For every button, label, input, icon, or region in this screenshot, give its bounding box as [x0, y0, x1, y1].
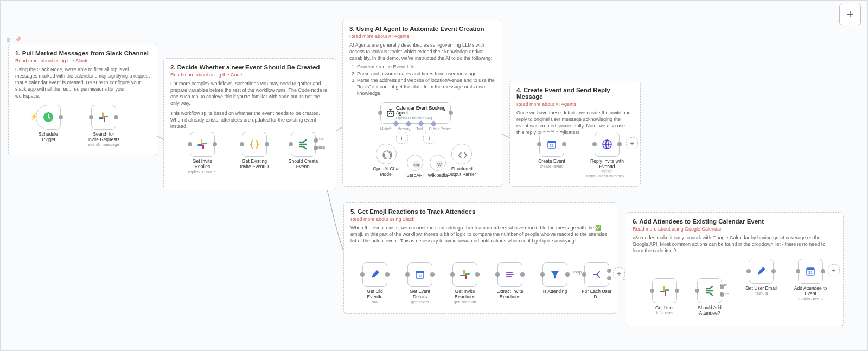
section-2-title: 2. Decide Whether a new Event Should Be … — [170, 64, 329, 71]
switch-icon — [703, 284, 716, 297]
branch-false-label-2: false — [720, 291, 729, 296]
node-get-user[interactable]: Get Userinfo: user — [648, 278, 681, 315]
agent-add-memory[interactable]: + — [396, 132, 408, 144]
code-icon — [248, 138, 261, 151]
workflow-canvas[interactable]: 🗑 📌 + 1. Pull — [0, 0, 868, 351]
pencil-icon — [368, 268, 381, 281]
node-get-email[interactable]: Get User Emailmanual — [745, 259, 777, 296]
section-6-title: 6. Add Attendees to Existing Calendar Ev… — [633, 218, 837, 225]
node-old-eventid[interactable]: Get Old EventIdraw — [359, 262, 391, 304]
branch-true-label-2: true — [720, 283, 727, 288]
agent-add-tool[interactable]: + — [423, 132, 435, 144]
node-is-attending[interactable]: Is Attending — [539, 262, 571, 295]
section-4-title: 4. Create Event and Send Reply Message — [516, 87, 634, 100]
bolt-icon: ⚡ — [30, 113, 38, 120]
section-5-title: 5. Get Emoji Reactions to Track Attendee… — [350, 208, 610, 215]
node-get-existing-eventid[interactable]: Get Existing Invite EventID — [238, 132, 271, 170]
split-icon — [590, 268, 603, 281]
filter-icon — [548, 268, 561, 281]
robot-icon — [384, 107, 394, 119]
wiki-icon — [433, 158, 443, 168]
section-3-list: Generate a nice Event title. Parse and a… — [357, 63, 495, 97]
section-3-readmore[interactable]: Read more about AI Agents — [349, 34, 495, 39]
section-4-readmore[interactable]: Read more about AI Agents — [516, 101, 634, 107]
switch-icon — [297, 138, 310, 151]
gcal-icon — [413, 268, 426, 281]
plus-icon: + — [847, 8, 854, 22]
section-1-readmore[interactable]: Read more about using the Slack — [15, 58, 150, 63]
section-5-readmore[interactable]: Read more about using Slack — [350, 216, 610, 222]
section-5-desc: When the event exists, we can instead st… — [350, 225, 610, 244]
node-extract-reactions[interactable]: Extract Invite Reactions — [494, 262, 526, 300]
node-ai-agent[interactable]: Calendar Event Booking Agent OpenAI Func… — [380, 102, 451, 144]
serp-icon — [410, 158, 420, 168]
canvas-mini-tools: 🗑 📌 — [6, 36, 21, 42]
slack-icon — [458, 268, 471, 281]
section-6-desc: n8n nodes make it easy to work with Goog… — [633, 234, 837, 254]
branch-loop-label: loop — [573, 270, 582, 275]
node-end-add-3[interactable]: + — [827, 264, 840, 276]
section-1-title: 1. Pull Marked Messages from Slack Chann… — [15, 50, 150, 56]
gcal-icon — [545, 138, 558, 151]
node-end-add-1[interactable]: + — [626, 137, 639, 149]
section-6-readmore[interactable]: Read more about using Google Calendar — [633, 226, 837, 232]
codebrackets-icon — [456, 149, 467, 159]
node-event-details[interactable]: Get Event Detailsget: event — [404, 262, 436, 304]
node-get-reactions[interactable]: Get Invite Reactionsget: reaction — [449, 262, 481, 304]
tool-trash-icon[interactable]: 🗑 — [6, 36, 11, 42]
lines-icon — [503, 268, 516, 281]
node-foreach-user[interactable]: For Each User ID... — [579, 262, 615, 300]
globe-icon — [601, 138, 614, 151]
section-1: 1. Pull Marked Messages from Slack Chann… — [8, 44, 157, 155]
branch-true-label: true — [316, 136, 324, 141]
node-openai-model[interactable]: OpenAI Chat Model — [372, 144, 401, 177]
node-should-create[interactable]: Should Create Event? — [287, 132, 320, 170]
node-reply-invite[interactable]: Reply Invite with EventId POST: https://… — [588, 132, 627, 179]
node-serpapi[interactable]: SerpAPI — [403, 155, 427, 178]
slack-icon — [658, 284, 671, 297]
node-schedule-trigger[interactable]: ⚡ Schedule Trigger — [32, 105, 65, 143]
slack-icon — [196, 138, 209, 151]
section-2-desc2: This workflow splits based on whether th… — [170, 110, 329, 130]
openai-icon — [381, 149, 392, 159]
branch-false-label: false — [316, 145, 326, 150]
node-create-event[interactable]: Create Event create: event — [535, 132, 568, 169]
section-2-desc1: For more complex workflows, sometimes yo… — [170, 80, 329, 107]
node-search-invite[interactable]: Search for Invite Requests search: messa… — [87, 105, 120, 147]
add-node-button[interactable]: + — [839, 4, 861, 25]
pencil-icon — [755, 265, 768, 278]
node-output-parser[interactable]: Structured Output Parser — [446, 144, 477, 177]
slack-icon — [97, 111, 110, 124]
node-end-add-2[interactable]: + — [612, 267, 626, 279]
gcal-icon — [804, 265, 817, 278]
tool-pin-icon[interactable]: 📌 — [15, 36, 21, 42]
section-1-desc: Using the Slack Node, we're able to filt… — [15, 66, 150, 99]
node-add-attendee[interactable]: Add Attendee to Eventupdate: event — [790, 259, 831, 301]
section-3-desc: AI Agents are generally described as sel… — [349, 42, 495, 61]
clock-icon — [42, 111, 55, 124]
section-3-title: 3. Using AI Agent to Automate Event Crea… — [349, 25, 495, 32]
section-2-readmore[interactable]: Read more about using the Code — [170, 72, 329, 78]
node-get-replies[interactable]: Get Invite Replies replies: channel — [186, 132, 219, 174]
